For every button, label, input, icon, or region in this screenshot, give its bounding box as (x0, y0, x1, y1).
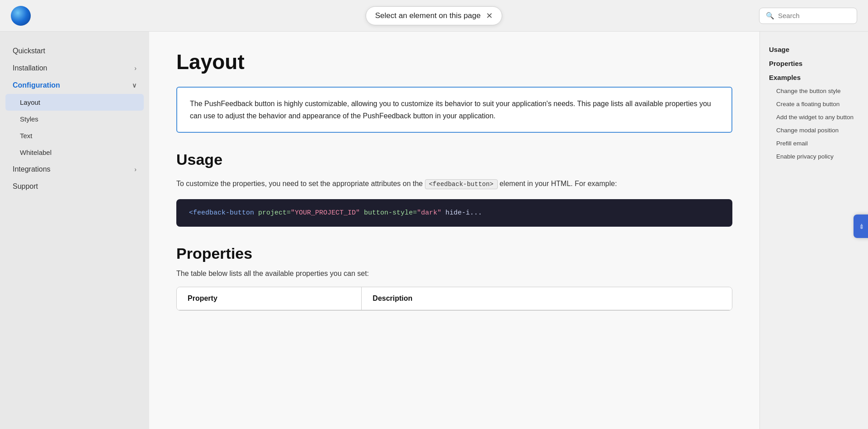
usage-text-after: element in your HTML. For example: (500, 180, 617, 187)
close-icon[interactable]: ✕ (486, 12, 493, 20)
code-truncated: hide-i... (445, 209, 482, 217)
sidebar-item-layout[interactable]: Layout (5, 94, 144, 111)
page-title: Layout (176, 50, 732, 74)
search-icon: 🔍 (766, 12, 774, 20)
toc-item-add-widget[interactable]: Add the widget to any button (769, 111, 859, 124)
code-val-project: "YOUR_PROJECT_ID" (291, 209, 360, 217)
sidebar-item-installation[interactable]: Installation › (0, 60, 149, 77)
topbar: Select an element on this page ✕ 🔍 (0, 0, 868, 32)
toc-item-usage[interactable]: Usage (769, 42, 859, 56)
code-attr-button-style: button-style= (364, 209, 417, 217)
sidebar-item-text[interactable]: Text (0, 127, 149, 144)
app-logo[interactable] (11, 6, 31, 26)
sidebar-section-configuration[interactable]: Configuration ∨ (0, 77, 149, 94)
main-layout: Quickstart Installation › Configuration … (0, 32, 868, 429)
toc-item-change-button-style[interactable]: Change the button style (769, 84, 859, 98)
right-sidebar-toc: Usage Properties Examples Change the but… (760, 32, 868, 429)
chevron-down-icon: ∨ (132, 82, 137, 89)
toc-item-prefill-email[interactable]: Prefill email (769, 137, 859, 150)
intro-text: The PushFeedback button is highly custom… (190, 100, 711, 120)
toc-item-change-modal-position[interactable]: Change modal position (769, 124, 859, 137)
code-val-button-style: "dark" (417, 209, 441, 217)
code-block: <feedback-button project="YOUR_PROJECT_I… (176, 199, 732, 227)
intro-box: The PushFeedback button is highly custom… (176, 87, 732, 133)
content-area: Layout The PushFeedback button is highly… (149, 32, 760, 429)
sidebar-item-integrations[interactable]: Integrations › (0, 161, 149, 178)
toc-item-examples[interactable]: Examples (769, 70, 859, 84)
properties-heading: Properties (176, 245, 732, 262)
feedback-pencil-icon: ✏ (858, 223, 865, 230)
left-sidebar: Quickstart Installation › Configuration … (0, 32, 149, 429)
table-header-description: Description (362, 287, 732, 310)
chevron-right-icon: › (134, 65, 137, 72)
select-element-pill: Select an element on this page ✕ (366, 6, 502, 25)
toc-item-create-floating-button[interactable]: Create a floating button (769, 98, 859, 111)
usage-paragraph: To customize the properties, you need to… (176, 177, 732, 190)
search-input[interactable] (778, 12, 850, 19)
select-element-label: Select an element on this page (375, 11, 481, 20)
properties-table: Property Description (176, 287, 732, 311)
usage-heading: Usage (176, 151, 732, 168)
code-attr-project: project= (258, 209, 291, 217)
sidebar-item-support[interactable]: Support (0, 178, 149, 195)
usage-text-before: To customize the properties, you need to… (176, 180, 423, 187)
search-box[interactable]: 🔍 (759, 8, 857, 24)
properties-subtext: The table below lists all the available … (176, 270, 732, 278)
table-header-row: Property Description (177, 287, 732, 310)
chevron-right-icon: › (134, 166, 137, 173)
sidebar-item-quickstart[interactable]: Quickstart (0, 42, 149, 60)
table-header-property: Property (177, 287, 362, 310)
code-tag-open: <feedback-button (189, 209, 254, 217)
sidebar-item-whitelabel[interactable]: Whitelabel (0, 144, 149, 161)
share-feedback-button[interactable]: ✏ Share feedback (854, 214, 868, 238)
select-element-container: Select an element on this page ✕ (366, 6, 502, 25)
toc-item-enable-privacy-policy[interactable]: Enable privacy policy (769, 150, 859, 163)
toc-item-properties[interactable]: Properties (769, 56, 859, 70)
sidebar-item-styles[interactable]: Styles (0, 111, 149, 127)
usage-inline-code: <feedback-button> (425, 179, 498, 189)
